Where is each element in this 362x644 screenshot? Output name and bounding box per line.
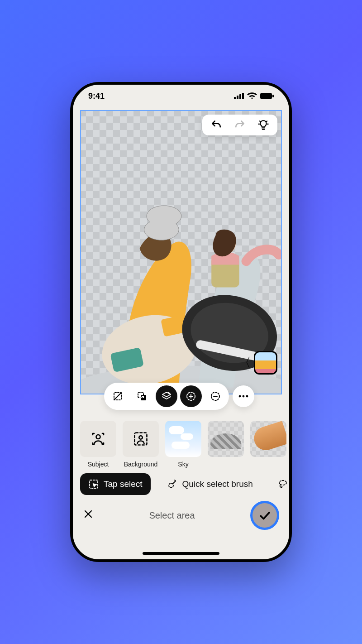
- svg-line-19: [267, 121, 267, 122]
- background-preset-icon: [133, 431, 149, 447]
- redo-icon[interactable]: [234, 119, 246, 131]
- preset-label: Background: [124, 461, 158, 468]
- battery-icon: [260, 93, 274, 99]
- quick-brush-icon: [167, 479, 178, 490]
- mode-label: Tap select: [104, 479, 143, 489]
- subject-preset-icon: [90, 431, 106, 447]
- cancel-button[interactable]: [83, 508, 94, 523]
- preset-object-2[interactable]: [250, 421, 286, 468]
- svg-rect-2: [239, 94, 241, 99]
- home-indicator: [143, 552, 219, 555]
- preset-sky[interactable]: Sky: [165, 421, 201, 468]
- preset-subject[interactable]: Subject: [80, 421, 116, 468]
- svg-rect-1: [237, 96, 238, 99]
- close-icon: [83, 509, 94, 519]
- selection-presets: Subject Background Sky: [73, 421, 289, 468]
- status-bar: 9:41: [73, 85, 289, 107]
- check-icon: [258, 509, 272, 522]
- mode-tap-select[interactable]: Tap select: [80, 473, 151, 495]
- mode-label: Quick select brush: [182, 479, 253, 489]
- wifi-icon: [247, 92, 257, 100]
- svg-point-33: [96, 435, 100, 439]
- svg-line-18: [260, 121, 261, 122]
- svg-rect-4: [260, 93, 272, 99]
- svg-point-32: [246, 395, 248, 398]
- cellular-icon: [234, 93, 244, 99]
- svg-rect-5: [272, 95, 274, 97]
- hint-lightbulb-icon[interactable]: [257, 119, 269, 131]
- preset-background[interactable]: Background: [123, 421, 159, 468]
- bottom-bar: Select area: [73, 500, 289, 531]
- chevron-left-icon: 〈: [238, 354, 251, 371]
- preset-label: Sky: [178, 461, 188, 468]
- undo-icon[interactable]: [210, 119, 222, 131]
- tap-select-icon: [88, 479, 99, 490]
- subtract-from-selection-button[interactable]: [205, 385, 226, 407]
- more-dots-icon: [238, 395, 248, 398]
- status-time: 9:41: [88, 91, 105, 101]
- selection-modes: Tap select Quick select brush Lasso: [73, 473, 289, 495]
- svg-point-35: [139, 436, 143, 439]
- svg-rect-3: [242, 93, 244, 99]
- selection-action-row: [104, 383, 258, 410]
- lasso-icon: [277, 479, 288, 490]
- svg-line-21: [114, 393, 121, 400]
- add-to-selection-button[interactable]: [180, 385, 202, 407]
- mode-quick-select-brush[interactable]: Quick select brush: [159, 473, 261, 495]
- status-indicators: [234, 92, 274, 100]
- edit-canvas[interactable]: 〈: [80, 110, 282, 394]
- layers-button[interactable]: [156, 385, 177, 407]
- preset-label: Subject: [88, 461, 109, 468]
- invert-selection-button[interactable]: [131, 385, 153, 407]
- svg-rect-0: [234, 97, 236, 99]
- more-actions-button[interactable]: [233, 385, 254, 407]
- deselect-button[interactable]: [107, 385, 129, 407]
- confirm-button[interactable]: [250, 501, 279, 530]
- preset-object-1[interactable]: [208, 421, 244, 468]
- svg-point-30: [239, 395, 241, 398]
- preview-thumbnail[interactable]: [254, 351, 277, 375]
- svg-point-31: [243, 395, 245, 398]
- history-toolbar: [202, 115, 277, 135]
- phone-frame: 9:41: [70, 82, 292, 562]
- mode-lasso[interactable]: Lasso: [269, 473, 289, 495]
- panel-title: Select area: [149, 510, 195, 521]
- preview-toggle[interactable]: 〈: [238, 351, 277, 375]
